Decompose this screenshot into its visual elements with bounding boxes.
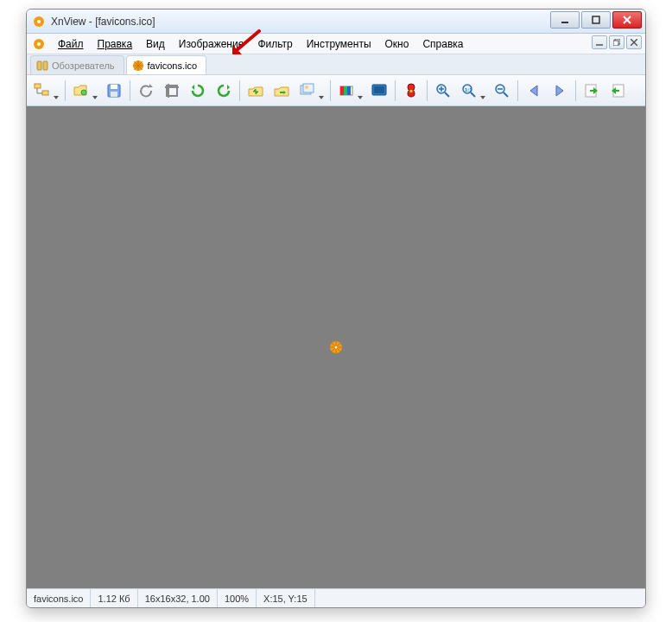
arrow-right-icon: [551, 82, 568, 99]
separator: [427, 80, 428, 101]
undo-icon: [137, 82, 155, 99]
svg-point-57: [335, 346, 338, 349]
tab-label: Обозреватель: [52, 60, 115, 71]
svg-rect-33: [340, 86, 344, 95]
svg-point-31: [305, 86, 308, 89]
next-file-button[interactable]: [269, 79, 294, 103]
browser-icon: [36, 60, 48, 72]
menu-file[interactable]: Файл: [51, 36, 91, 52]
chevron-down-icon: [358, 96, 363, 99]
go-back-button[interactable]: [522, 79, 546, 103]
slideshow-button[interactable]: [295, 79, 326, 103]
svg-rect-3: [593, 16, 599, 23]
arrow-left-icon: [525, 82, 542, 99]
svg-rect-21: [42, 91, 48, 95]
separator: [575, 80, 576, 101]
go-forward-button[interactable]: [548, 79, 572, 103]
separator: [65, 80, 66, 101]
close-button[interactable]: [612, 11, 642, 29]
adjust-button[interactable]: [334, 79, 365, 103]
import-button[interactable]: [580, 79, 604, 103]
svg-rect-37: [374, 86, 384, 93]
svg-point-38: [408, 84, 415, 91]
window-title: XnView - [favicons.ico]: [51, 16, 155, 28]
svg-line-4: [624, 16, 631, 23]
zoom-out-icon: [493, 82, 510, 99]
app-window: XnView - [favicons.ico] Файл Правка Вид …: [26, 9, 646, 608]
menu-tools[interactable]: Инструменты: [300, 36, 378, 52]
svg-line-41: [445, 92, 449, 97]
chevron-down-icon: [92, 96, 98, 99]
folder-open-icon: [73, 82, 90, 99]
tab-file[interactable]: favicons.ico: [126, 55, 206, 74]
folder-next-icon: [273, 82, 290, 99]
maximize-button[interactable]: [581, 11, 611, 29]
zoom-in-icon: [434, 82, 452, 99]
app-icon: [32, 15, 46, 29]
adjust-icon: [338, 82, 355, 99]
export-button[interactable]: [605, 79, 630, 103]
menu-edit[interactable]: Правка: [91, 36, 140, 52]
zoom-actual-button[interactable]: 1:1: [457, 79, 488, 103]
tab-bar: Обозреватель favicons.ico: [27, 54, 645, 75]
svg-line-45: [471, 92, 475, 97]
crop-button[interactable]: [160, 79, 184, 103]
svg-text:1:1: 1:1: [465, 87, 472, 92]
status-dimensions: 16x16x32, 1.00: [138, 589, 218, 607]
separator: [130, 80, 130, 101]
image-canvas[interactable]: [27, 106, 645, 588]
separator: [517, 80, 518, 101]
window-controls: [550, 11, 642, 29]
save-button[interactable]: [102, 79, 126, 103]
red-eye-button[interactable]: [399, 79, 423, 103]
separator: [330, 80, 331, 101]
status-filename: favicons.ico: [27, 589, 91, 607]
zoom-out-button[interactable]: [490, 79, 514, 103]
chevron-down-icon: [480, 96, 485, 99]
svg-rect-10: [613, 41, 618, 46]
rotate-ccw-button[interactable]: [186, 79, 210, 103]
menu-image[interactable]: Изображение: [172, 36, 251, 52]
menu-filter[interactable]: Фильтр: [250, 36, 299, 52]
svg-point-7: [37, 42, 41, 46]
menu-help[interactable]: Справка: [415, 36, 470, 52]
menu-window[interactable]: Окно: [378, 36, 416, 52]
mdi-controls: [592, 35, 642, 49]
svg-rect-39: [410, 90, 413, 92]
toolbar: 1:1: [27, 75, 645, 106]
svg-rect-20: [35, 84, 41, 88]
open-button[interactable]: [69, 79, 100, 103]
svg-rect-13: [37, 61, 41, 70]
svg-rect-35: [347, 86, 351, 95]
zoom-in-button[interactable]: [431, 79, 455, 103]
slideshow-icon: [299, 82, 316, 99]
tree-icon: [34, 82, 51, 99]
svg-rect-34: [344, 86, 347, 95]
title-bar[interactable]: XnView - [favicons.ico]: [27, 10, 645, 34]
crop-icon: [163, 82, 181, 99]
fullscreen-icon: [371, 82, 388, 99]
chevron-down-icon: [54, 96, 59, 99]
separator: [239, 80, 240, 101]
image-preview: [329, 340, 343, 354]
status-zoom: 100%: [218, 589, 257, 607]
status-coords: X:15, Y:15: [257, 589, 315, 607]
undo-button[interactable]: [134, 79, 158, 103]
svg-point-22: [81, 90, 86, 95]
rotate-cw-button[interactable]: [212, 79, 236, 103]
menu-view[interactable]: Вид: [139, 36, 172, 52]
fullscreen-button[interactable]: [367, 79, 391, 103]
mdi-close-button[interactable]: [626, 35, 642, 49]
mdi-minimize-button[interactable]: [592, 35, 607, 49]
document-icon: [32, 37, 46, 51]
rotate-ccw-icon: [189, 82, 206, 99]
separator: [395, 80, 396, 101]
mdi-restore-button[interactable]: [609, 35, 624, 49]
minimize-button[interactable]: [550, 11, 580, 29]
chevron-down-icon: [319, 96, 324, 99]
floppy-icon: [105, 82, 123, 99]
svg-rect-24: [111, 85, 117, 89]
tab-browser[interactable]: Обозреватель: [30, 55, 124, 74]
tree-view-button[interactable]: [30, 79, 61, 103]
prev-file-button[interactable]: [244, 79, 268, 103]
